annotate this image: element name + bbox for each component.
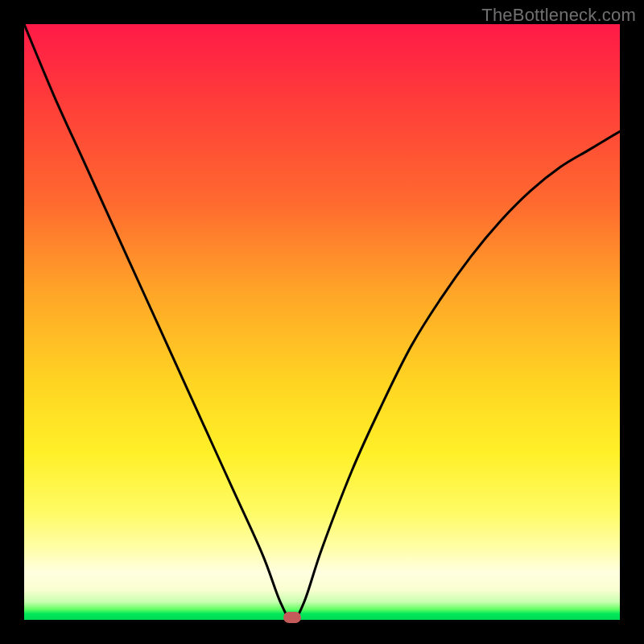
min-marker [283, 612, 301, 623]
watermark-text: TheBottleneck.com [481, 5, 636, 26]
curve-svg [24, 24, 620, 620]
plot-area [24, 24, 620, 620]
chart-frame: TheBottleneck.com [0, 0, 644, 644]
bottleneck-curve-path [24, 24, 620, 620]
